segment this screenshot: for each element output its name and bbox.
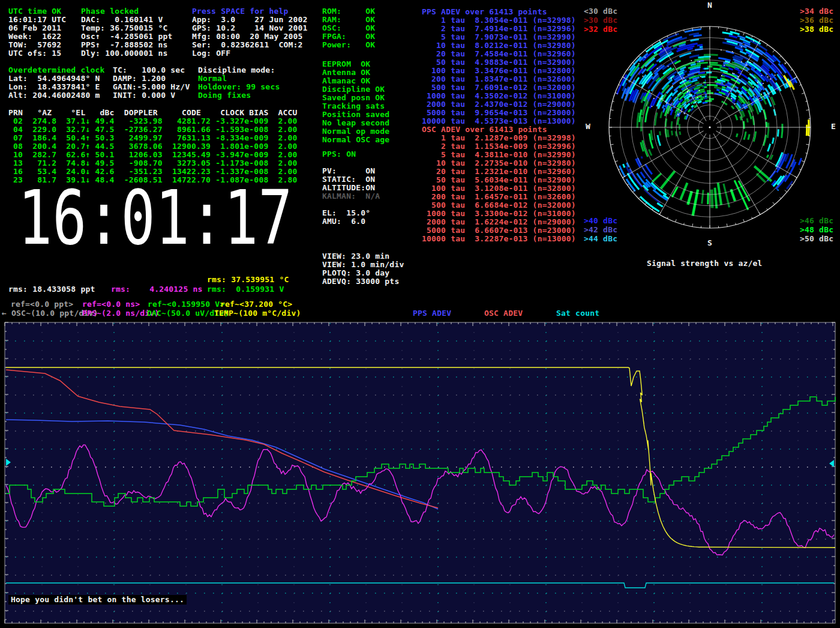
legend-line: >46 dBc xyxy=(800,216,833,225)
text-line: Lat: 54.4964948° N xyxy=(8,74,105,83)
text-line: KALMAN: N/A xyxy=(322,192,380,201)
text-line: ROM: OK xyxy=(322,7,375,16)
panel-view-settings: VIEW: 23.0 minVIEW: 1.0 min/divPLOTQ: 3.… xyxy=(322,252,404,286)
panel-position: Overdetermined clockLat: 54.4964948° NLo… xyxy=(8,66,105,100)
dbc-legend-top-left: <30 dBc>30 dBc>32 dBc xyxy=(584,7,617,34)
rms-dac-value: rms: 0.159931 V xyxy=(207,285,284,294)
text-line: Normal op mode xyxy=(322,127,389,136)
adev-row: OSC ADEV over 61413 points xyxy=(422,125,576,134)
legend-line: >34 dBc xyxy=(800,7,833,16)
legend-line: >50 dBc xyxy=(800,234,833,243)
sat-count-trace-label: Sat count xyxy=(556,309,599,318)
adev-row: 1 tau 2.1287e-009 (n=32998) xyxy=(422,134,576,142)
text-line xyxy=(322,159,380,167)
text-line: RAM: OK xyxy=(322,16,375,24)
text-line: UTC ofs: 15 xyxy=(8,49,66,58)
adev-row: 1 tau 8.3054e-011 (n=32998) xyxy=(422,16,576,25)
adev-row: 200 tau 1.6457e-011 (n=32600) xyxy=(422,193,576,201)
table-row: 02 274.8 37.1↓ 49.4 -323.98 4281.72 -3.3… xyxy=(8,117,298,125)
text-line: Phase locked xyxy=(81,7,173,16)
adev-row: 20 tau 1.2321e-010 (n=32960) xyxy=(422,168,576,176)
text-line: Almanac OK xyxy=(322,77,389,85)
adev-tables: PPS ADEV over 61413 points 1 tau 8.3054e… xyxy=(422,8,576,243)
text-line: Log: OFF xyxy=(192,49,308,58)
text-line: Osc↑ -4.285061 ppt xyxy=(81,32,173,41)
legend-line: >30 dBc xyxy=(584,16,617,25)
legend-line: >48 dBc xyxy=(800,225,833,234)
text-line: Holdover: 99 secs xyxy=(198,83,280,91)
legend-line: >40 dBc xyxy=(584,216,617,225)
text-line: No leap second xyxy=(322,119,389,127)
osc-adev-trace-label: OSC ADEV xyxy=(484,309,523,318)
pps-ref-label: ref=<0.0 ns> xyxy=(82,300,140,309)
adev-row: 500 tau 6.6684e-012 (n=32000) xyxy=(422,201,576,210)
adev-row: PPS ADEV over 61413 points xyxy=(422,8,576,16)
adev-row: 2000 tau 1.6224e-012 (n=29000) xyxy=(422,218,576,226)
text-line: GAIN:-5.000 Hz/V xyxy=(113,83,190,91)
text-line: Alt: 204.46002480 m xyxy=(8,91,105,100)
text-line: OSC: OK xyxy=(322,24,375,32)
text-line: Lon: 18.4337841° E xyxy=(8,83,105,91)
legend-line: <30 dBc xyxy=(584,7,617,16)
panel-utc-status: UTC time OK16:01:17 UTC06 Feb 2011Week: … xyxy=(8,7,66,58)
status-message: Hope you didn't bet on the losers... xyxy=(8,595,187,605)
text-line: App: 3.0 27 Jun 2002 xyxy=(192,16,308,24)
adev-row: 50 tau 4.9883e-011 (n=32900) xyxy=(422,58,576,67)
text-line: DAC: 0.160141 V xyxy=(81,16,173,24)
text-line: PLOTQ: 3.0 day xyxy=(322,269,404,277)
text-line: Tracking sats xyxy=(322,102,389,110)
temp-ref-label: ref~<37.200 °C> xyxy=(220,300,292,309)
text-line: Dly: 100.000001 ns xyxy=(81,49,173,58)
text-line: EL: 15.0° xyxy=(322,209,380,217)
text-line: Discipline mode: xyxy=(198,66,280,74)
text-line: Normal OSC age xyxy=(322,136,389,144)
lady-heather-gpsdo-monitor: { "panels": { "utc_status": { "lines": [… xyxy=(0,0,840,628)
adev-row: 20 tau 7.4584e-011 (n=32960) xyxy=(422,50,576,58)
legend-line: >38 dBc xyxy=(800,25,833,34)
adev-row: 2000 tau 2.4370e-012 (n=29000) xyxy=(422,100,576,109)
table-row: 07 186.4 50.4↑ 50.3 2499.97 7631.13 -8.3… xyxy=(8,134,298,142)
text-line: Press SPACE for help xyxy=(192,7,308,16)
panel-device-status: ROM: OKRAM: OKOSC: OKFPGA: OKPower: OK xyxy=(322,7,375,49)
panel-gps-status: EEPROM OKAntenna OKAlmanac OKDiscipline … xyxy=(322,60,389,144)
rms-temp-value: rms: 37.539951 °C xyxy=(207,276,289,284)
text-line: Position saved xyxy=(322,110,389,119)
compass-south-label: S xyxy=(707,239,712,247)
table-row: 10 282.7 62.6↑ 50.1 1206.03 12345.49 -3.… xyxy=(8,151,298,159)
dbc-legend-top-right: >34 dBc>36 dBc>38 dBc xyxy=(800,7,833,34)
text-line: Normal xyxy=(198,74,280,83)
adev-row: 1000 tau 3.3300e-012 (n=31000) xyxy=(422,210,576,218)
text-line: PV: ON xyxy=(322,167,380,175)
adev-row: 200 tau 1.8347e-011 (n=32600) xyxy=(422,75,576,83)
text-line: Doing fixes xyxy=(198,91,280,100)
adev-row: 5000 tau 6.6607e-013 (n=23000) xyxy=(422,226,576,235)
text-line: Overdetermined clock xyxy=(8,66,105,74)
text-line: Ser: 0.82362611 COM:2 xyxy=(192,41,308,49)
adev-row: 1000 tau 4.3502e-012 (n=31000) xyxy=(422,92,576,100)
text-line: ALTITUDE:ON xyxy=(322,184,380,192)
adev-row: 10000 tau 3.2287e-013 (n=13000) xyxy=(422,235,576,243)
table-row: PRN °AZ °EL dBc DOPPLER CODE CLOCK BIAS … xyxy=(8,109,298,117)
adev-row: 100 tau 3.3476e-011 (n=32800) xyxy=(422,67,576,75)
adev-row: 10 tau 2.2735e-010 (n=32980) xyxy=(422,159,576,168)
text-line: VIEW: 1.0 min/div xyxy=(322,261,404,269)
text-line: TOW: 57692 xyxy=(8,41,66,49)
text-line: INIT: 0.000 V xyxy=(113,91,190,100)
legend-line: >42 dBc xyxy=(584,225,617,234)
text-line: Temp: 36.750015 °C xyxy=(81,24,173,32)
legend-line: >36 dBc xyxy=(800,16,833,25)
big-digital-clock: 16:01:17 xyxy=(18,173,293,263)
text-line: Saved posn OK xyxy=(322,94,389,102)
dbc-legend-bottom-right: >46 dBc>48 dBc>50 dBc xyxy=(800,216,833,243)
text-line: VIEW: 23.0 min xyxy=(322,252,404,261)
text-line: Discipline OK xyxy=(322,85,389,94)
text-line: FPGA: OK xyxy=(322,32,375,41)
text-line: UTC time OK xyxy=(8,7,66,16)
text-line: Mfg: 08:00 20 May 2005 xyxy=(192,32,308,41)
text-line: EEPROM OK xyxy=(322,60,389,68)
text-line xyxy=(322,201,380,209)
adev-row: 2 tau 1.1534e-009 (n=32996) xyxy=(422,142,576,151)
text-line: 06 Feb 2011 xyxy=(8,24,66,32)
compass-west-label: W xyxy=(586,122,590,131)
text-line: Power: OK xyxy=(322,41,375,49)
